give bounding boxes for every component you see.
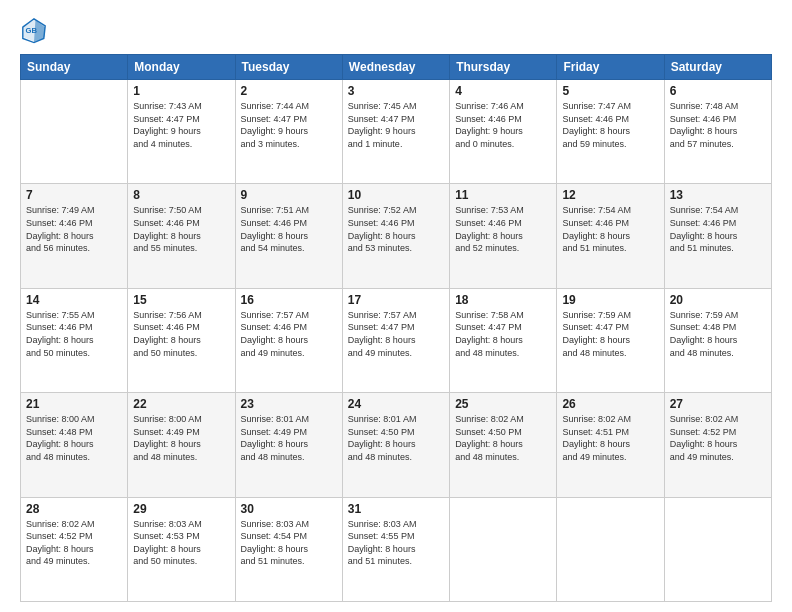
calendar-cell: 16Sunrise: 7:57 AM Sunset: 4:46 PM Dayli…: [235, 288, 342, 392]
calendar-cell: 22Sunrise: 8:00 AM Sunset: 4:49 PM Dayli…: [128, 393, 235, 497]
calendar-cell: 3Sunrise: 7:45 AM Sunset: 4:47 PM Daylig…: [342, 80, 449, 184]
calendar-cell: 1Sunrise: 7:43 AM Sunset: 4:47 PM Daylig…: [128, 80, 235, 184]
day-info: Sunrise: 8:03 AM Sunset: 4:54 PM Dayligh…: [241, 518, 337, 568]
calendar-cell: 8Sunrise: 7:50 AM Sunset: 4:46 PM Daylig…: [128, 184, 235, 288]
calendar-cell: 14Sunrise: 7:55 AM Sunset: 4:46 PM Dayli…: [21, 288, 128, 392]
page: GB SundayMondayTuesdayWednesdayThursdayF…: [0, 0, 792, 612]
day-number: 26: [562, 397, 658, 411]
calendar-cell: 26Sunrise: 8:02 AM Sunset: 4:51 PM Dayli…: [557, 393, 664, 497]
day-info: Sunrise: 7:55 AM Sunset: 4:46 PM Dayligh…: [26, 309, 122, 359]
calendar-cell: 10Sunrise: 7:52 AM Sunset: 4:46 PM Dayli…: [342, 184, 449, 288]
calendar-cell: 15Sunrise: 7:56 AM Sunset: 4:46 PM Dayli…: [128, 288, 235, 392]
day-number: 9: [241, 188, 337, 202]
day-info: Sunrise: 8:00 AM Sunset: 4:48 PM Dayligh…: [26, 413, 122, 463]
day-info: Sunrise: 7:49 AM Sunset: 4:46 PM Dayligh…: [26, 204, 122, 254]
calendar-cell: 30Sunrise: 8:03 AM Sunset: 4:54 PM Dayli…: [235, 497, 342, 601]
day-info: Sunrise: 7:57 AM Sunset: 4:47 PM Dayligh…: [348, 309, 444, 359]
day-number: 4: [455, 84, 551, 98]
day-number: 22: [133, 397, 229, 411]
day-number: 25: [455, 397, 551, 411]
calendar-day-header: Tuesday: [235, 55, 342, 80]
logo-icon: GB: [20, 16, 48, 44]
day-number: 28: [26, 502, 122, 516]
day-number: 8: [133, 188, 229, 202]
day-info: Sunrise: 8:02 AM Sunset: 4:52 PM Dayligh…: [26, 518, 122, 568]
calendar-cell: 17Sunrise: 7:57 AM Sunset: 4:47 PM Dayli…: [342, 288, 449, 392]
calendar-cell: [664, 497, 771, 601]
calendar-cell: 2Sunrise: 7:44 AM Sunset: 4:47 PM Daylig…: [235, 80, 342, 184]
calendar-cell: 6Sunrise: 7:48 AM Sunset: 4:46 PM Daylig…: [664, 80, 771, 184]
day-number: 21: [26, 397, 122, 411]
calendar-row: 21Sunrise: 8:00 AM Sunset: 4:48 PM Dayli…: [21, 393, 772, 497]
calendar-cell: 31Sunrise: 8:03 AM Sunset: 4:55 PM Dayli…: [342, 497, 449, 601]
day-info: Sunrise: 8:01 AM Sunset: 4:49 PM Dayligh…: [241, 413, 337, 463]
day-number: 27: [670, 397, 766, 411]
day-info: Sunrise: 8:02 AM Sunset: 4:50 PM Dayligh…: [455, 413, 551, 463]
day-info: Sunrise: 7:59 AM Sunset: 4:47 PM Dayligh…: [562, 309, 658, 359]
day-info: Sunrise: 7:45 AM Sunset: 4:47 PM Dayligh…: [348, 100, 444, 150]
day-info: Sunrise: 7:53 AM Sunset: 4:46 PM Dayligh…: [455, 204, 551, 254]
calendar-cell: 21Sunrise: 8:00 AM Sunset: 4:48 PM Dayli…: [21, 393, 128, 497]
day-info: Sunrise: 7:51 AM Sunset: 4:46 PM Dayligh…: [241, 204, 337, 254]
calendar-cell: 12Sunrise: 7:54 AM Sunset: 4:46 PM Dayli…: [557, 184, 664, 288]
day-info: Sunrise: 8:00 AM Sunset: 4:49 PM Dayligh…: [133, 413, 229, 463]
calendar-cell: 25Sunrise: 8:02 AM Sunset: 4:50 PM Dayli…: [450, 393, 557, 497]
day-info: Sunrise: 7:54 AM Sunset: 4:46 PM Dayligh…: [670, 204, 766, 254]
calendar-cell: 28Sunrise: 8:02 AM Sunset: 4:52 PM Dayli…: [21, 497, 128, 601]
day-number: 7: [26, 188, 122, 202]
day-info: Sunrise: 7:50 AM Sunset: 4:46 PM Dayligh…: [133, 204, 229, 254]
calendar-cell: 19Sunrise: 7:59 AM Sunset: 4:47 PM Dayli…: [557, 288, 664, 392]
day-number: 16: [241, 293, 337, 307]
day-info: Sunrise: 8:03 AM Sunset: 4:53 PM Dayligh…: [133, 518, 229, 568]
day-info: Sunrise: 7:52 AM Sunset: 4:46 PM Dayligh…: [348, 204, 444, 254]
day-info: Sunrise: 8:03 AM Sunset: 4:55 PM Dayligh…: [348, 518, 444, 568]
calendar-day-header: Sunday: [21, 55, 128, 80]
calendar-cell: 11Sunrise: 7:53 AM Sunset: 4:46 PM Dayli…: [450, 184, 557, 288]
day-info: Sunrise: 7:46 AM Sunset: 4:46 PM Dayligh…: [455, 100, 551, 150]
calendar-cell: 29Sunrise: 8:03 AM Sunset: 4:53 PM Dayli…: [128, 497, 235, 601]
logo: GB: [20, 16, 52, 44]
day-number: 17: [348, 293, 444, 307]
calendar-row: 7Sunrise: 7:49 AM Sunset: 4:46 PM Daylig…: [21, 184, 772, 288]
calendar-day-header: Wednesday: [342, 55, 449, 80]
day-info: Sunrise: 7:57 AM Sunset: 4:46 PM Dayligh…: [241, 309, 337, 359]
day-number: 23: [241, 397, 337, 411]
calendar-cell: 24Sunrise: 8:01 AM Sunset: 4:50 PM Dayli…: [342, 393, 449, 497]
calendar-cell: 9Sunrise: 7:51 AM Sunset: 4:46 PM Daylig…: [235, 184, 342, 288]
day-info: Sunrise: 7:43 AM Sunset: 4:47 PM Dayligh…: [133, 100, 229, 150]
day-number: 6: [670, 84, 766, 98]
day-number: 15: [133, 293, 229, 307]
calendar-row: 14Sunrise: 7:55 AM Sunset: 4:46 PM Dayli…: [21, 288, 772, 392]
calendar-row: 28Sunrise: 8:02 AM Sunset: 4:52 PM Dayli…: [21, 497, 772, 601]
calendar-day-header: Monday: [128, 55, 235, 80]
day-number: 11: [455, 188, 551, 202]
calendar-cell: 5Sunrise: 7:47 AM Sunset: 4:46 PM Daylig…: [557, 80, 664, 184]
calendar-cell: 27Sunrise: 8:02 AM Sunset: 4:52 PM Dayli…: [664, 393, 771, 497]
header: GB: [20, 16, 772, 44]
day-info: Sunrise: 7:44 AM Sunset: 4:47 PM Dayligh…: [241, 100, 337, 150]
day-info: Sunrise: 7:48 AM Sunset: 4:46 PM Dayligh…: [670, 100, 766, 150]
calendar-header-row: SundayMondayTuesdayWednesdayThursdayFrid…: [21, 55, 772, 80]
calendar-cell: [450, 497, 557, 601]
calendar-day-header: Saturday: [664, 55, 771, 80]
calendar-day-header: Friday: [557, 55, 664, 80]
calendar-cell: [21, 80, 128, 184]
day-number: 1: [133, 84, 229, 98]
day-number: 14: [26, 293, 122, 307]
svg-text:GB: GB: [26, 26, 38, 35]
day-number: 10: [348, 188, 444, 202]
day-number: 5: [562, 84, 658, 98]
day-number: 31: [348, 502, 444, 516]
day-number: 24: [348, 397, 444, 411]
calendar-cell: [557, 497, 664, 601]
calendar-cell: 20Sunrise: 7:59 AM Sunset: 4:48 PM Dayli…: [664, 288, 771, 392]
calendar-cell: 23Sunrise: 8:01 AM Sunset: 4:49 PM Dayli…: [235, 393, 342, 497]
calendar-cell: 7Sunrise: 7:49 AM Sunset: 4:46 PM Daylig…: [21, 184, 128, 288]
day-info: Sunrise: 8:01 AM Sunset: 4:50 PM Dayligh…: [348, 413, 444, 463]
day-info: Sunrise: 7:54 AM Sunset: 4:46 PM Dayligh…: [562, 204, 658, 254]
day-info: Sunrise: 8:02 AM Sunset: 4:51 PM Dayligh…: [562, 413, 658, 463]
day-info: Sunrise: 8:02 AM Sunset: 4:52 PM Dayligh…: [670, 413, 766, 463]
calendar-cell: 18Sunrise: 7:58 AM Sunset: 4:47 PM Dayli…: [450, 288, 557, 392]
day-info: Sunrise: 7:59 AM Sunset: 4:48 PM Dayligh…: [670, 309, 766, 359]
day-number: 13: [670, 188, 766, 202]
